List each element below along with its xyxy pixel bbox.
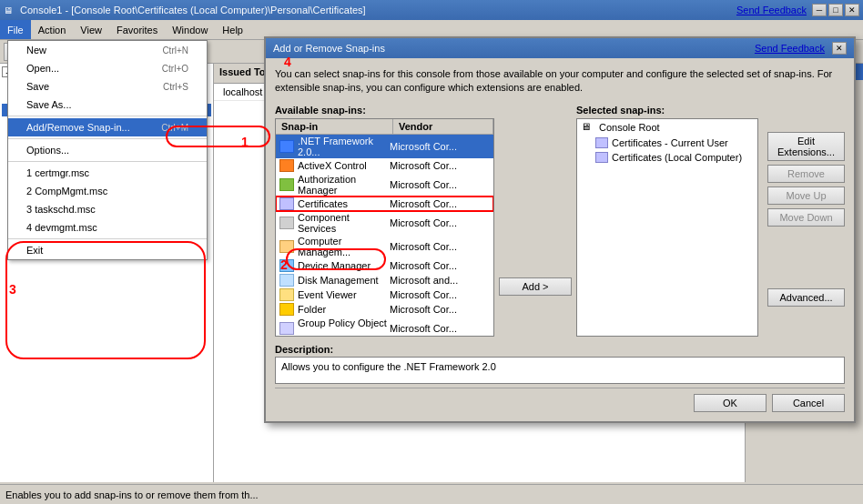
separator-4	[8, 238, 207, 239]
title-bar: 🖥 Console1 - [Console Root\Certificates …	[0, 0, 863, 20]
snap-in-vendor-certs: Microsoft Cor...	[390, 198, 490, 209]
status-bar: Enables you to add snap-ins to or remove…	[0, 484, 863, 504]
available-panel: Available snap-ins: Snap-in Vendor .NET …	[275, 105, 494, 337]
folder-snapin-icon	[279, 303, 294, 316]
menu-new[interactable]: New Ctrl+N	[8, 41, 207, 59]
description-label: Description:	[275, 344, 845, 355]
snap-in-row-activex[interactable]: ActiveX Control Microsoft Cor...	[276, 158, 493, 173]
add-button[interactable]: Add >	[499, 277, 572, 296]
menu-options-label: Options...	[26, 145, 69, 156]
menu-action[interactable]: Action	[31, 20, 74, 39]
snap-in-row-folder[interactable]: Folder Microsoft Cor...	[276, 302, 493, 317]
menu-add-remove-label: Add/Remove Snap-in...	[26, 122, 130, 133]
snap-in-name-authz: Authorization Manager	[298, 174, 390, 196]
menu-recent-2[interactable]: 2 CompMgmt.msc	[8, 182, 207, 200]
disk-icon	[279, 274, 294, 287]
menu-exit[interactable]: Exit	[8, 241, 207, 259]
menu-open-label: Open...	[26, 63, 59, 74]
selected-row-cert-local[interactable]: Certificates (Local Computer)	[577, 150, 757, 165]
snap-in-row-dotnet[interactable]: .NET Framework 2.0... Microsoft Cor...	[276, 135, 493, 158]
dialog-description: You can select snap-ins for this console…	[275, 67, 845, 96]
menu-recent-1[interactable]: 1 certmgr.msc	[8, 164, 207, 182]
comp-mgmt-icon	[279, 240, 294, 253]
remove-button[interactable]: Remove	[767, 165, 845, 183]
status-text: Enables you to add snap-ins to or remove…	[5, 489, 259, 500]
file-dropdown-menu: New Ctrl+N Open... Ctrl+O Save Ctrl+S Sa…	[7, 40, 208, 260]
snap-in-name-certs: Certificates	[298, 198, 390, 209]
snap-in-name-dotnet: .NET Framework 2.0...	[298, 136, 390, 157]
menu-recent-3[interactable]: 3 taskschd.msc	[8, 200, 207, 218]
edit-extensions-button[interactable]: Edit Extensions...	[767, 132, 845, 161]
snap-in-vendor-activex: Microsoft Cor...	[390, 160, 490, 171]
dialog-close-button[interactable]: ✕	[832, 42, 847, 55]
snap-in-name-folder: Folder	[298, 304, 390, 315]
snap-in-row-device[interactable]: Device Manager Microsoft Cor...	[276, 258, 493, 273]
snap-in-vendor-event: Microsoft Cor...	[390, 289, 490, 300]
cert-local-sel-icon	[595, 152, 608, 163]
selected-label: Selected snap-ins:	[576, 105, 758, 116]
event-icon	[279, 288, 294, 301]
snap-in-row-event[interactable]: Event Viewer Microsoft Cor...	[276, 287, 493, 302]
menu-save-shortcut: Ctrl+S	[163, 82, 188, 92]
snap-in-row-authz[interactable]: Authorization Manager Microsoft Cor...	[276, 173, 493, 197]
menu-window[interactable]: Window	[165, 20, 215, 39]
separator-3	[8, 161, 207, 162]
snap-in-row-component[interactable]: Component Services Microsoft Cor...	[276, 211, 493, 235]
menu-new-shortcut: Ctrl+N	[162, 45, 188, 55]
dotnet-icon	[279, 140, 294, 153]
snap-in-row-comp-mgmt[interactable]: Computer Managem... Microsoft Cor...	[276, 235, 493, 258]
menu-save-as[interactable]: Save As...	[8, 96, 207, 114]
dialog-title-text: Add or Remove Snap-ins	[273, 43, 385, 54]
menu-save[interactable]: Save Ctrl+S	[8, 77, 207, 96]
menu-add-remove-snapin[interactable]: Add/Remove Snap-in... Ctrl+M	[8, 118, 207, 136]
description-box: Description: Allows you to configure the…	[275, 344, 845, 384]
menu-open[interactable]: Open... Ctrl+O	[8, 59, 207, 77]
maximize-button[interactable]: □	[828, 4, 843, 16]
move-down-button[interactable]: Move Down	[767, 208, 845, 227]
snap-in-row-certs[interactable]: Certificates Microsoft Cor...	[276, 197, 493, 211]
window-title: Console1 - [Console Root\Certificates (L…	[20, 5, 366, 15]
snap-in-name-event: Event Viewer	[298, 289, 390, 300]
advanced-button[interactable]: Advanced...	[767, 288, 845, 307]
snap-in-vendor-gpo: Microsoft Cor...	[390, 323, 490, 334]
activex-icon	[279, 159, 294, 172]
menu-add-remove-shortcut: Ctrl+M	[161, 123, 188, 133]
selected-row-cert-user[interactable]: Certificates - Current User	[577, 136, 757, 150]
separator-2	[8, 138, 207, 139]
minimize-button[interactable]: ─	[812, 4, 827, 16]
available-label: Available snap-ins:	[275, 105, 494, 116]
close-button[interactable]: ✕	[845, 4, 859, 16]
device-icon	[279, 259, 294, 272]
snap-in-name-comp-mgmt: Computer Managem...	[298, 236, 390, 257]
menu-file[interactable]: File	[0, 20, 31, 39]
selected-row-console-root[interactable]: 🖥 Console Root	[577, 119, 757, 136]
menu-recent-3-label: 3 taskschd.msc	[26, 204, 96, 215]
dialog-send-feedback[interactable]: Send Feedback	[755, 43, 825, 54]
component-icon	[279, 217, 294, 229]
separator-1	[8, 116, 207, 116]
menu-new-label: New	[26, 45, 46, 55]
ok-button[interactable]: OK	[694, 394, 767, 412]
snap-in-vendor-device: Microsoft Cor...	[390, 260, 490, 271]
dialog-title-bar: Add or Remove Snap-ins Send Feedback ✕	[266, 38, 854, 58]
menu-recent-4[interactable]: 4 devmgmt.msc	[8, 218, 207, 237]
menu-options[interactable]: Options...	[8, 141, 207, 159]
menu-open-shortcut: Ctrl+O	[162, 64, 188, 74]
menu-help[interactable]: Help	[215, 20, 250, 39]
snap-in-vendor-disk: Microsoft and...	[390, 275, 490, 286]
snap-in-row-gpo[interactable]: Group Policy Object ... Microsoft Cor...	[276, 317, 493, 337]
dialog-body: You can select snap-ins for this console…	[266, 58, 854, 421]
cancel-button[interactable]: Cancel	[772, 394, 845, 412]
selected-list[interactable]: 🖥 Console Root Certificates - Current Us…	[576, 118, 758, 337]
title-bar-controls: ─ □ ✕	[812, 4, 859, 16]
snap-in-vendor-component: Microsoft Cor...	[390, 217, 490, 228]
snap-in-row-disk[interactable]: Disk Management Microsoft and...	[276, 273, 493, 287]
send-feedback-link[interactable]: Send Feedback	[736, 5, 807, 15]
snap-in-vendor-authz: Microsoft Cor...	[390, 179, 490, 190]
selected-label-cert-local: Certificates (Local Computer)	[612, 152, 742, 163]
menu-view[interactable]: View	[73, 20, 109, 39]
snap-in-list[interactable]: Snap-in Vendor .NET Framework 2.0... Mic…	[275, 118, 494, 337]
menu-favorites[interactable]: Favorites	[109, 20, 165, 39]
dialog-columns: Available snap-ins: Snap-in Vendor .NET …	[275, 105, 845, 337]
move-up-button[interactable]: Move Up	[767, 186, 845, 205]
